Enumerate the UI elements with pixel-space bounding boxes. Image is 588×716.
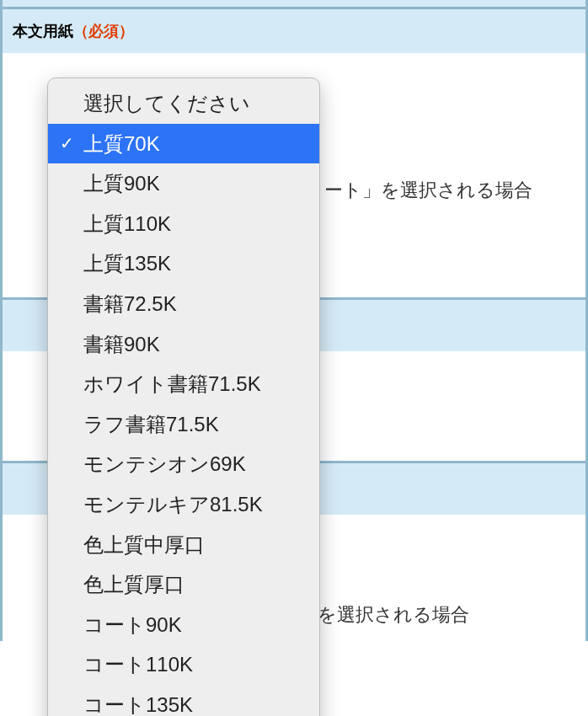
dropdown-option[interactable]: モンテルキア81.5K [48, 484, 319, 525]
dropdown-option[interactable]: コート110K [48, 644, 319, 685]
dropdown-option[interactable]: 色上質中厚口 [48, 525, 319, 565]
dropdown-option[interactable]: 上質90K [48, 163, 319, 204]
section-header-paper: 本文用紙 （必須） [3, 7, 585, 53]
dropdown-option[interactable]: ホワイト書籍71.5K [48, 364, 319, 404]
dropdown-option[interactable]: 上質135K [48, 243, 319, 284]
dropdown-option[interactable]: 上質70K [48, 124, 319, 164]
dropdown-option[interactable]: 選択してください [48, 83, 319, 124]
dropdown-list: 選択してください上質70K上質90K上質110K上質135K書籍72.5K書籍9… [47, 77, 320, 716]
dropdown-option[interactable]: コート135K [48, 685, 319, 716]
dropdown-option[interactable]: モンテシオン69K [48, 444, 319, 484]
dropdown-option[interactable]: 書籍72.5K [48, 284, 319, 324]
required-label: （必須） [73, 21, 134, 41]
dropdown-option[interactable]: 上質110K [48, 204, 319, 244]
dropdown-option[interactable]: 色上質厚口 [48, 564, 319, 605]
dropdown-option[interactable]: 書籍90K [48, 324, 319, 365]
dropdown-option[interactable]: コート90K [48, 605, 319, 645]
dropdown-option[interactable]: ラフ書籍71.5K [48, 404, 319, 445]
section-label: 本文用紙 [13, 21, 73, 41]
